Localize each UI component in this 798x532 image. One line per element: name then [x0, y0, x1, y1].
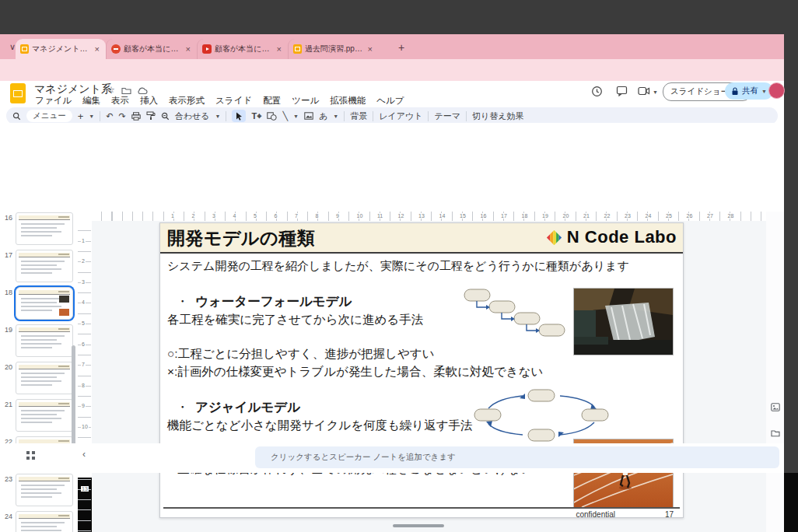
slide-number: 19	[2, 326, 12, 334]
paint-format-icon[interactable]	[146, 111, 156, 121]
slide-number: 24	[2, 513, 12, 520]
bullet: ・	[177, 295, 187, 309]
h-ruler: 1234567891011121314151617181920212223242…	[92, 212, 782, 221]
print-icon[interactable]	[131, 112, 141, 121]
slides-favicon	[20, 44, 29, 54]
select-tool-button[interactable]	[232, 110, 246, 122]
redo-icon[interactable]: ↷	[119, 112, 126, 121]
video-call-icon[interactable]	[638, 86, 650, 96]
move-folder-icon[interactable]	[121, 86, 131, 95]
waterfall-diagram[interactable]	[464, 289, 566, 338]
share-caret-icon[interactable]: ▼	[761, 89, 767, 94]
ncodelabo-logo-text: N Code Labo	[567, 227, 677, 247]
tab-strip-tabs: マネジメント系 - Google スライド × 顧客が本当に必要だったものとは（…	[16, 39, 379, 59]
browser-tab[interactable]: 過去問演習.pptx - Google スラ.. ×	[288, 39, 379, 59]
menu-item[interactable]: 配置	[257, 95, 286, 107]
shape-tool-icon[interactable]	[267, 112, 277, 121]
grid-view-icon[interactable]	[26, 451, 35, 460]
slide-thumbnail[interactable]	[16, 250, 73, 282]
menu-item[interactable]: 表示	[106, 95, 135, 107]
side-panel	[766, 212, 784, 532]
slide-thumbnail[interactable]	[16, 474, 73, 506]
add-slide-icon[interactable]: +	[78, 111, 84, 121]
canvas-scrollbar[interactable]	[393, 524, 444, 527]
desktop-background	[0, 0, 798, 34]
slide-intro-text[interactable]: システム開発の工程を紹介しましたが、実際にその工程をどう行うかに種類があります	[167, 259, 629, 274]
tab-close-icon[interactable]: ×	[366, 44, 374, 54]
fit-zoom-button[interactable]: 合わせる	[175, 110, 210, 122]
browser-tab[interactable]: マネジメント系 - Google スライド ×	[16, 39, 106, 59]
video-call-caret-icon[interactable]: ▼	[653, 89, 658, 95]
slide-page[interactable]: 開発モデルの種類 N Code Labo システム開発の工程を紹介しましたが、実…	[159, 222, 684, 518]
bullet: ・	[177, 401, 187, 415]
insert-image-icon[interactable]	[304, 112, 313, 120]
ncodelabo-diamond-icon	[546, 229, 562, 246]
waterfall-pro[interactable]: ○:工程ごとに分担しやすく、進捗が把握しやすい	[167, 346, 435, 362]
browser-tab[interactable]: 顧客が本当に必要だったものとは（ ×	[106, 39, 197, 59]
toolbar-menu-button[interactable]: メニュー	[26, 110, 72, 122]
line-tool-icon[interactable]: ╲	[282, 112, 288, 121]
star-document-icon[interactable]: ☆	[107, 85, 115, 95]
menu-item[interactable]: 挿入	[135, 95, 163, 107]
agile-heading[interactable]: ・ アジャイルモデル	[177, 399, 300, 416]
add-slide-caret-icon[interactable]: ▼	[89, 114, 94, 119]
browser-tab[interactable]: 顧客が本当に必要だったものゲー.. ×	[197, 39, 288, 59]
slide-page-number[interactable]: 17	[650, 510, 674, 519]
undo-icon[interactable]: ↶	[106, 112, 113, 121]
slide-thumbnail[interactable]	[16, 324, 73, 357]
ncodelabo-logo[interactable]: N Code Labo	[546, 227, 677, 247]
slide-number: 23	[2, 475, 12, 483]
tab-close-icon[interactable]: ×	[93, 44, 101, 54]
speaker-notes-placeholder: クリックするとスピーカー ノートを追加できます	[271, 452, 456, 463]
menu-item[interactable]: スライド	[210, 95, 257, 107]
menu-item[interactable]: 拡張機能	[324, 95, 371, 107]
comment-icon[interactable]	[616, 86, 628, 96]
line-tool-caret-icon[interactable]: ▼	[293, 114, 299, 119]
cloud-status-icon[interactable]	[137, 86, 148, 95]
theme-button[interactable]: テーマ	[434, 110, 460, 122]
waterfall-description[interactable]: 各工程を確実に完了させてから次に進める手法	[167, 312, 423, 328]
share-label: 共有	[742, 86, 758, 96]
tab-close-icon[interactable]: ×	[275, 44, 283, 54]
menu-item[interactable]: 表示形式	[163, 95, 210, 107]
version-history-icon[interactable]	[591, 86, 603, 97]
menu-item[interactable]: 編集	[77, 95, 106, 107]
divider	[428, 111, 429, 121]
layout-button[interactable]: レイアウト	[379, 110, 422, 122]
edit-toolbar: メニュー + ▼ ↶ ↷ 合わせる ▼ T⌖ ╲ ▼ あ ▼ 背景 レイアウト …	[6, 107, 778, 124]
slide-title[interactable]: 開発モデルの種類	[167, 226, 315, 250]
menu-item[interactable]: ファイル	[30, 95, 77, 107]
agile-cycle-diagram[interactable]	[473, 388, 610, 443]
notes-row: ‹ クリックするとスピーカー ノートを追加できます	[0, 443, 784, 473]
transition-button[interactable]: 切り替え効果	[472, 110, 524, 122]
slide-thumbnail[interactable]	[16, 399, 73, 432]
waterfall-photo[interactable]	[573, 288, 674, 355]
menu-item[interactable]: ツール	[286, 95, 324, 107]
agile-description[interactable]: 機能ごとなど小さな開発サイクルを何度も繰り返す手法	[167, 418, 473, 434]
background-button[interactable]: 背景	[350, 110, 367, 122]
furigana-caret-icon[interactable]: ▼	[333, 114, 338, 119]
waterfall-heading[interactable]: ・ ウォーターフォールモデル	[177, 293, 352, 310]
confidential-label[interactable]: confidential	[553, 510, 615, 519]
side-panel-folder-icon[interactable]	[771, 429, 780, 437]
side-panel-photos-icon[interactable]	[771, 403, 780, 411]
collapse-filmstrip-icon[interactable]: ‹	[82, 449, 86, 460]
app-header: マネジメント系 ☆ ファイル編集表示挿入表示形式スライド配置ツール拡張機能ヘルプ…	[0, 81, 784, 106]
fit-zoom-caret-icon[interactable]: ▼	[215, 114, 221, 119]
video-favicon	[202, 44, 212, 54]
new-tab-button[interactable]: +	[398, 41, 404, 54]
user-avatar[interactable]	[768, 82, 785, 99]
textbox-tool-icon[interactable]: T⌖	[251, 112, 261, 121]
furigana-tool[interactable]: あ	[319, 110, 327, 122]
slide-thumbnail[interactable]	[16, 362, 73, 394]
slide-thumbnail[interactable]	[16, 511, 73, 532]
zoom-icon[interactable]	[161, 112, 170, 121]
tab-close-icon[interactable]: ×	[184, 44, 192, 54]
waterfall-con[interactable]: ×:計画外の仕様変更やトラブルが発生した場合、柔軟に対処できない	[167, 364, 543, 380]
share-button[interactable]: 共有 ▼	[725, 82, 773, 100]
google-slides-icon[interactable]	[10, 83, 26, 103]
slide-thumbnail[interactable]	[16, 212, 73, 245]
toolbar-search-icon[interactable]	[12, 112, 21, 121]
menu-item[interactable]: ヘルプ	[371, 95, 409, 107]
slide-thumbnail[interactable]	[16, 287, 73, 320]
